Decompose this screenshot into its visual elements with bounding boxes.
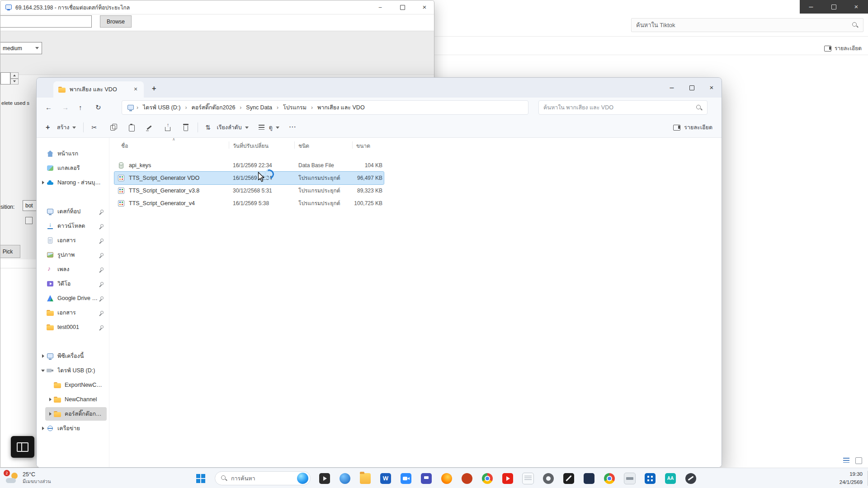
taskbar-teams[interactable] xyxy=(417,470,435,487)
sidebar-item-usb-drive[interactable]: ไดรฟ์ USB (D:) xyxy=(38,364,107,377)
rdp-close-button[interactable] xyxy=(415,0,434,14)
minimize-button[interactable] xyxy=(662,78,682,98)
pick-button[interactable]: Pick xyxy=(0,245,20,258)
taskbar-chrome-2[interactable] xyxy=(600,470,618,487)
column-type[interactable]: ชนิด xyxy=(298,141,309,150)
more-button[interactable] xyxy=(284,120,302,135)
sidebar-item-network[interactable]: เครือข่าย xyxy=(38,422,107,435)
sidebar-item-course2026[interactable]: คอร์สติ๊กต๊อก2026 xyxy=(45,407,107,421)
tab-current-folder[interactable]: พากเสียง และ VDO xyxy=(53,81,144,98)
bg-close-button[interactable] xyxy=(845,0,868,14)
taskbar-firefox[interactable] xyxy=(438,470,456,487)
taskbar-calculator[interactable] xyxy=(641,470,659,487)
rdp-minimize-button[interactable] xyxy=(371,0,390,14)
bg-maximize-button[interactable] xyxy=(822,0,845,14)
breadcrumb-item-current[interactable]: พากเสียง และ VDO xyxy=(315,103,368,112)
refresh-button[interactable] xyxy=(93,101,106,114)
number-input[interactable] xyxy=(0,72,10,84)
sidebar-item-home[interactable]: หน้าแรก xyxy=(38,147,107,160)
breadcrumb-item[interactable]: โปรแกรม xyxy=(280,103,309,112)
browse-button[interactable]: Browse xyxy=(100,15,132,28)
breadcrumb-item[interactable]: Sync Data xyxy=(243,104,275,111)
taskbar-search[interactable]: การค้นหา xyxy=(215,471,311,485)
file-row-tts-v4[interactable]: TTS_Script_Generator_v4 16/1/2569 5:38 โ… xyxy=(114,197,384,210)
details-view-icon[interactable] xyxy=(843,456,850,464)
bg-minimize-button[interactable] xyxy=(800,0,822,14)
sidebar-item-downloads[interactable]: ดาวน์โหลด xyxy=(38,219,107,233)
sidebar-item-music[interactable]: เพลง xyxy=(38,263,107,276)
stepper-down-button[interactable] xyxy=(10,79,19,85)
chevron-down-icon[interactable] xyxy=(40,370,46,372)
start-button[interactable] xyxy=(192,470,210,487)
column-name[interactable]: ชื่อ xyxy=(121,141,128,150)
chevron-right-icon[interactable] xyxy=(40,354,46,358)
sidebar-item-newchannel[interactable]: NewChannel xyxy=(45,393,107,406)
explorer-search-input[interactable]: ค้นหาใน พากเสียง และ VDO xyxy=(538,100,708,115)
sidebar-item-videos[interactable]: วิดีโอ xyxy=(38,277,107,291)
sidebar-item-documents-2[interactable]: เอกสาร xyxy=(38,306,107,319)
sidebar-item-exportnewchanel[interactable]: ExportNewChanel xyxy=(45,378,107,392)
chevron-right-icon[interactable] xyxy=(47,412,53,416)
taskbar-zoom[interactable] xyxy=(397,470,415,487)
floating-app-icon[interactable] xyxy=(11,436,34,458)
column-size[interactable]: ขนาด xyxy=(356,141,370,150)
paste-button[interactable] xyxy=(123,120,141,135)
position-value-input[interactable]: bot xyxy=(23,200,37,211)
rdp-path-input[interactable] xyxy=(0,15,92,28)
sidebar-item-this-pc[interactable]: พีซีเครื่องนี้ xyxy=(38,349,107,363)
taskbar-chrome[interactable] xyxy=(478,470,496,487)
taskbar-photos[interactable] xyxy=(580,470,598,487)
sidebar-item-onedrive[interactable]: Narong - ส่วนบุคคล xyxy=(38,176,107,189)
new-button[interactable]: สร้าง xyxy=(41,120,80,135)
rdp-titlebar[interactable]: 69.164.253.198 - การเชื่อมต่อเดสก์ท็อประ… xyxy=(0,0,434,14)
column-divider[interactable] xyxy=(294,141,295,149)
maximize-button[interactable] xyxy=(682,78,702,98)
taskbar-brush[interactable] xyxy=(682,470,700,487)
breadcrumb[interactable]: ไดรฟ์ USB (D:) คอร์สติ๊กต๊อก2026 Sync Da… xyxy=(122,100,528,115)
taskbar-pen[interactable] xyxy=(560,470,578,487)
back-button[interactable] xyxy=(43,101,56,114)
stepper-up-button[interactable] xyxy=(10,72,19,79)
taskbar-word[interactable]: W xyxy=(377,470,395,487)
tab-close-icon[interactable] xyxy=(132,86,139,93)
rename-button[interactable] xyxy=(141,120,159,135)
column-divider[interactable] xyxy=(352,141,353,149)
share-button[interactable] xyxy=(159,120,177,135)
sort-button[interactable]: เรียงลำดับ xyxy=(201,120,253,135)
breadcrumb-item[interactable]: คอร์สติ๊กต๊อก2026 xyxy=(189,103,238,112)
bg-details-button[interactable]: รายละเอียด xyxy=(824,44,862,52)
bg-search-input[interactable]: ค้นหาใน Tiktok xyxy=(631,18,863,32)
taskbar-settings[interactable] xyxy=(539,470,557,487)
sidebar-item-pictures[interactable]: รูปภาพ xyxy=(38,248,107,262)
quality-dropdown[interactable]: medium xyxy=(0,42,42,54)
chevron-right-icon[interactable] xyxy=(40,181,46,184)
thumbnail-view-icon[interactable] xyxy=(855,456,863,464)
column-divider[interactable] xyxy=(229,141,229,149)
taskbar-file-explorer[interactable] xyxy=(356,470,374,487)
sidebar-item-test0001[interactable]: test0001 xyxy=(38,320,107,334)
sidebar-item-documents[interactable]: เอกสาร xyxy=(38,234,107,247)
forward-button[interactable] xyxy=(60,101,72,114)
taskbar-media-player[interactable] xyxy=(316,470,334,487)
taskbar-clock[interactable]: 19:30 24/1/2569 xyxy=(840,470,863,487)
chevron-right-icon[interactable] xyxy=(40,427,46,430)
cut-button[interactable] xyxy=(86,120,104,135)
file-row-tts-v38[interactable]: TTS_Script_Generator_v3.8 30/12/2568 5:3… xyxy=(114,184,384,197)
details-pane-button[interactable]: รายละเอียด xyxy=(668,120,717,135)
chevron-right-icon[interactable] xyxy=(47,398,53,401)
column-date[interactable]: วันที่ปรับเปลี่ยน xyxy=(233,141,269,150)
sidebar-item-gallery[interactable]: แกลเลอรี xyxy=(38,161,107,175)
sidebar-item-desktop[interactable]: เดสก์ท็อป xyxy=(38,205,107,218)
sidebar-item-google-drive[interactable]: Google Drive (G:) xyxy=(38,291,107,305)
taskbar-translate[interactable]: AA xyxy=(661,470,679,487)
copy-button[interactable] xyxy=(104,120,123,135)
delete-button[interactable] xyxy=(177,120,195,135)
rdp-maximize-button[interactable] xyxy=(393,0,412,14)
number-stepper[interactable] xyxy=(10,72,19,84)
file-row-tts-vdo-selected[interactable]: TTS_Script_Generator VDO 16/1/2569 22:34… xyxy=(114,172,384,184)
new-tab-button[interactable] xyxy=(151,83,161,94)
taskbar-notepad[interactable] xyxy=(519,470,537,487)
taskbar-youtube[interactable] xyxy=(499,470,517,487)
breadcrumb-item[interactable]: ไดรฟ์ USB (D:) xyxy=(140,103,183,112)
view-button[interactable]: ดู xyxy=(253,120,284,135)
